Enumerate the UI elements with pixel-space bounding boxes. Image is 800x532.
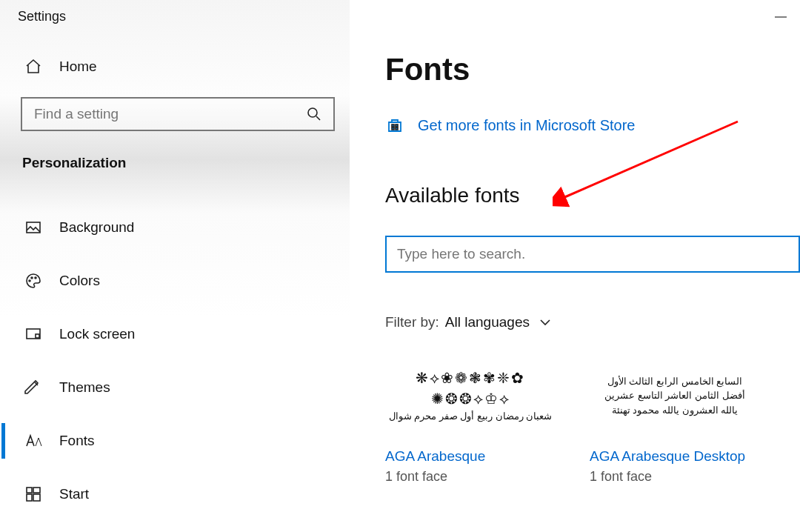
search-icon bbox=[305, 104, 323, 124]
font-card[interactable]: السابع الخامس الرابع الثالث الأول أفضل ا… bbox=[590, 356, 760, 485]
svg-point-4 bbox=[35, 277, 36, 279]
settings-search[interactable] bbox=[21, 97, 335, 131]
fonts-icon bbox=[24, 431, 43, 450]
palette-icon bbox=[24, 271, 43, 290]
sidebar-item-themes[interactable]: Themes bbox=[0, 361, 350, 414]
svg-point-0 bbox=[308, 108, 317, 117]
store-link-text: Get more fonts in Microsoft Store bbox=[418, 117, 635, 134]
svg-rect-14 bbox=[396, 127, 398, 130]
nav-label: Start bbox=[59, 486, 89, 502]
nav-label: Lock screen bbox=[59, 326, 135, 342]
sidebar-item-background[interactable]: Background bbox=[0, 201, 350, 254]
sidebar-item-start[interactable]: Start bbox=[0, 468, 350, 521]
nav-label: Colors bbox=[59, 273, 100, 289]
svg-rect-7 bbox=[27, 488, 32, 493]
home-label: Home bbox=[59, 59, 97, 75]
svg-rect-8 bbox=[33, 488, 40, 493]
font-card[interactable]: ❋⟡❀❁❃✾❈✿ ✺❂❂⟡♔⟡ شعبان رمضان ربيع أول صفر… bbox=[385, 356, 556, 485]
svg-rect-6 bbox=[36, 334, 39, 338]
svg-point-2 bbox=[29, 280, 30, 282]
available-fonts-heading: Available fonts bbox=[385, 184, 800, 207]
window-title: Settings bbox=[0, 6, 350, 47]
svg-rect-10 bbox=[33, 494, 40, 501]
filter-dropdown[interactable]: Filter by: All languages bbox=[385, 313, 800, 332]
nav-label: Background bbox=[59, 219, 134, 236]
home-icon bbox=[24, 57, 43, 76]
svg-rect-9 bbox=[27, 494, 32, 501]
picture-icon bbox=[24, 218, 43, 237]
svg-point-3 bbox=[31, 277, 33, 279]
minimize-button[interactable] bbox=[775, 7, 787, 9]
themes-icon bbox=[24, 378, 43, 397]
section-heading: Personalization bbox=[0, 150, 350, 184]
font-faces: 1 font face bbox=[590, 469, 760, 485]
font-name: AGA Arabesque Desktop bbox=[590, 448, 760, 466]
svg-rect-1 bbox=[27, 222, 40, 233]
font-preview: ❋⟡❀❁❃✾❈✿ ✺❂❂⟡♔⟡ شعبان رمضان ربيع أول صفر… bbox=[385, 356, 556, 436]
font-faces: 1 font face bbox=[385, 469, 556, 485]
font-search-input[interactable] bbox=[397, 246, 788, 262]
lockscreen-icon bbox=[24, 325, 43, 344]
svg-rect-11 bbox=[392, 124, 394, 127]
nav-list: Background Colors Lock screen Themes bbox=[0, 184, 350, 521]
sidebar-item-fonts[interactable]: Fonts bbox=[0, 414, 350, 468]
sidebar-item-lockscreen[interactable]: Lock screen bbox=[0, 307, 350, 361]
sidebar: Settings Home Personalization Background bbox=[0, 0, 350, 532]
filter-value: All languages bbox=[445, 314, 530, 330]
store-link[interactable]: Get more fonts in Microsoft Store bbox=[385, 116, 800, 135]
chevron-down-icon bbox=[536, 313, 555, 332]
page-title: Fonts bbox=[385, 52, 800, 87]
svg-rect-13 bbox=[392, 127, 394, 130]
filter-label: Filter by: bbox=[385, 314, 439, 330]
start-icon bbox=[24, 485, 43, 504]
font-search[interactable] bbox=[385, 236, 800, 273]
font-name: AGA Arabesque bbox=[385, 448, 556, 466]
settings-search-input[interactable] bbox=[34, 106, 305, 122]
sidebar-item-colors[interactable]: Colors bbox=[0, 254, 350, 307]
nav-label: Themes bbox=[59, 379, 110, 396]
store-icon bbox=[385, 116, 404, 135]
main-content: Fonts Get more fonts in Microsoft Store … bbox=[350, 0, 800, 532]
home-nav[interactable]: Home bbox=[0, 47, 350, 87]
svg-rect-12 bbox=[396, 124, 398, 127]
nav-label: Fonts bbox=[59, 433, 95, 449]
font-preview: السابع الخامس الرابع الثالث الأول أفضل ا… bbox=[590, 356, 760, 436]
